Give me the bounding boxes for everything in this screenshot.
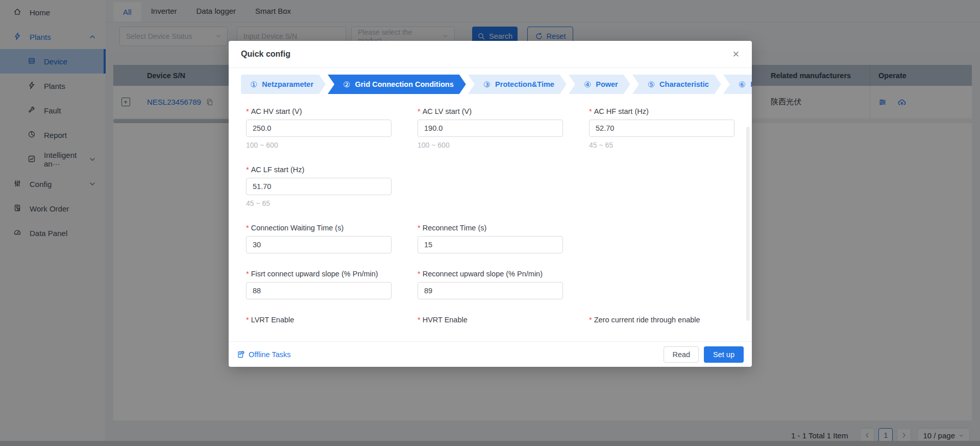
required-asterisk: * [246,316,249,324]
form-field: *AC HF start (Hz)45 ~ 65 [589,107,734,149]
field-label: *AC LV start (V) [418,107,563,115]
field-range-hint: 100 ~ 600 [246,141,391,149]
form-field: *Fisrt connect upward slope (% Pn/min) [246,270,391,299]
modal-body: ①Netzparameter②Grid Connection Condition… [229,68,752,341]
step-number: ⑥ [739,80,746,89]
field-label: *LVRT Enable [246,316,391,324]
form-row: *AC HV start (V)100 ~ 600*AC LV start (V… [246,107,734,149]
step-label: Netzparameter [262,80,313,88]
required-asterisk: * [589,107,592,115]
form-field: *AC HV start (V)100 ~ 600 [246,107,391,149]
modal-scrollbar-thumb[interactable] [746,127,750,321]
field-input[interactable] [418,282,563,299]
modal-title: Quick config [241,50,290,59]
form-field: *Reconnect upward slope (% Pn/min) [418,270,563,299]
step-number: ② [343,80,350,89]
step-label: Protection&Time [495,80,554,88]
field-label: *AC HF start (Hz) [589,107,734,115]
offline-tasks-icon [237,350,245,359]
field-label: *Fisrt connect upward slope (% Pn/min) [246,270,391,278]
form-field: *AC LF start (Hz)45 ~ 65 [246,166,391,207]
form-row: *AC LF start (Hz)45 ~ 65 [246,166,734,207]
required-asterisk: * [418,107,421,115]
step-6[interactable]: ⑥Battery [723,75,752,94]
field-label: *Zero current ride through enable [589,316,734,324]
step-1[interactable]: ①Netzparameter [241,75,326,94]
required-asterisk: * [246,166,249,174]
field-input[interactable] [418,120,563,137]
offline-tasks-label: Offline Tasks [249,350,290,359]
form-field: *Reconnect Time (s) [418,224,563,253]
field-label: *HVRT Enable [418,316,563,324]
modal-footer: Offline Tasks Read Set up [229,341,752,367]
field-range-hint: 45 ~ 65 [246,199,391,207]
form-field: *HVRT Enable [418,316,563,328]
form-field: *Connection Waiting Time (s) [246,224,391,253]
step-number: ① [250,80,257,89]
step-number: ④ [584,80,591,89]
field-label: *Reconnect upward slope (% Pn/min) [418,270,563,278]
field-input[interactable] [246,236,391,253]
form-field: *AC LV start (V)100 ~ 600 [418,107,563,149]
field-range-hint: 45 ~ 65 [589,141,734,149]
field-label: *Reconnect Time (s) [418,224,563,232]
required-asterisk: * [589,316,592,324]
step-label: Power [596,80,618,88]
field-range-hint: 100 ~ 600 [418,141,563,149]
offline-tasks-link[interactable]: Offline Tasks [237,350,290,359]
step-label: Grid Connection Conditions [355,80,453,88]
step-label: Characteristic [659,80,709,88]
form-row: *LVRT Enable*HVRT Enable*Zero current ri… [246,316,734,328]
config-form: *AC HV start (V)100 ~ 600*AC LV start (V… [241,94,740,328]
step-label: Battery [750,80,752,88]
step-4[interactable]: ④Power [569,75,630,94]
step-number: ⑤ [648,80,655,89]
required-asterisk: * [418,316,421,324]
step-3[interactable]: ③Protection&Time [468,75,567,94]
step-2[interactable]: ②Grid Connection Conditions [328,75,466,94]
field-input[interactable] [246,282,391,299]
setup-button[interactable]: Set up [704,346,744,363]
field-input[interactable] [589,120,734,137]
required-asterisk: * [246,107,249,115]
close-icon[interactable]: ✕ [732,50,740,59]
form-row: *Connection Waiting Time (s)*Reconnect T… [246,224,734,253]
required-asterisk: * [418,224,421,232]
modal-header: Quick config ✕ [229,41,752,68]
step-number: ③ [483,80,491,89]
required-asterisk: * [246,270,249,278]
quick-config-modal: Quick config ✕ ①Netzparameter②Grid Conne… [229,41,752,367]
read-button[interactable]: Read [664,346,699,363]
step-5[interactable]: ⑤Characteristic [632,75,721,94]
field-label: *AC LF start (Hz) [246,166,391,174]
field-input[interactable] [246,178,391,195]
form-field: *LVRT Enable [246,316,391,328]
required-asterisk: * [418,270,421,278]
screen: HomePlantsDevicePlantsFaultReportIntelli… [0,0,980,446]
form-field: *Zero current ride through enable [589,316,734,328]
required-asterisk: * [246,224,249,232]
field-input[interactable] [246,120,391,137]
form-row: *Fisrt connect upward slope (% Pn/min)*R… [246,270,734,299]
field-label: *AC HV start (V) [246,107,391,115]
field-input[interactable] [418,236,563,253]
config-steps: ①Netzparameter②Grid Connection Condition… [241,75,740,94]
field-label: *Connection Waiting Time (s) [246,224,391,232]
